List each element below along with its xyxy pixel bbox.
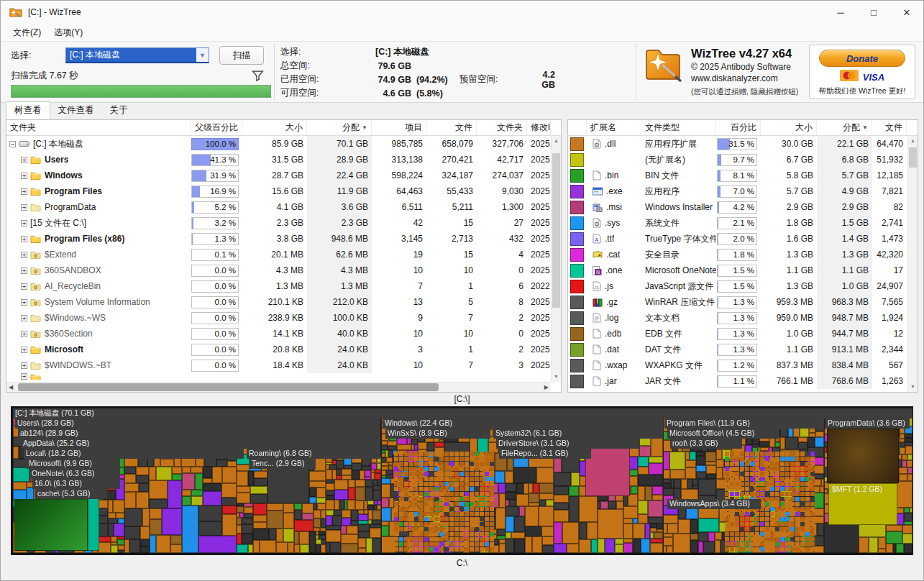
- tree-row[interactable]: +$WINDOWS.~BT0.0 %18.4 KB24.0 KB10732025: [6, 357, 551, 373]
- menu-file[interactable]: 文件(Z): [6, 24, 47, 41]
- tree-col-header-1[interactable]: 父级百分比: [191, 120, 242, 135]
- donate-button[interactable]: Donate: [819, 50, 905, 67]
- tree-row[interactable]: +[15 文件在 C:\]3.2 %2.3 GB2.3 GB4215272025: [6, 215, 551, 231]
- menu-options[interactable]: 选项(Y): [47, 24, 89, 41]
- tree-vertical-scrollbar[interactable]: ▲▼: [551, 136, 561, 382]
- treemap-label[interactable]: Microsoft Office\ (4.5 GB): [667, 429, 779, 439]
- treemap-label[interactable]: WinSxS\ (8.9 GB): [385, 429, 490, 439]
- ext-row[interactable]: .edbEDB 文件1.3 %1.0 GB944.7 MB12: [568, 326, 907, 342]
- tree-col-header-4[interactable]: 项目: [372, 120, 426, 135]
- ext-row[interactable]: .cat安全目录1.8 %1.3 GB1.3 GB42,320: [568, 247, 907, 262]
- treemap-label[interactable]: WindowsApps\ (3.4 GB): [667, 499, 761, 509]
- tree-col-header-6[interactable]: 文件夹: [477, 120, 527, 135]
- tree-row[interactable]: +ProgramData5.2 %4.1 GB3.6 GB6,5115,2111…: [6, 199, 551, 215]
- ext-row[interactable]: JS.jsJavaScript 源文件1.5 %1.3 GB1.0 GB24,9…: [568, 278, 907, 294]
- tree-row[interactable]: −[C:] 本地磁盘100.0 %85.9 GB70.1 GB985,78565…: [6, 136, 551, 152]
- tree-col-header-5[interactable]: 文件: [426, 120, 477, 135]
- expand-toggle[interactable]: −: [9, 141, 16, 147]
- treemap-label[interactable]: Local\ (18.2 GB): [24, 449, 244, 459]
- ext-col-header-3[interactable]: 大小: [761, 120, 817, 135]
- ext-row[interactable]: .jarJAR 文件1.1 %766.1 MB768.6 MB1,263: [568, 373, 907, 389]
- drive-selector[interactable]: [C:] 本地磁盘 ▼: [65, 47, 209, 63]
- treemap-label[interactable]: OneNote\ (6.3 GB): [29, 469, 120, 479]
- treemap-label[interactable]: ProgramData\ (3.6 GB): [825, 418, 910, 429]
- ext-row[interactable]: .sys系统文件2.1 %1.8 GB1.5 GB2,741: [568, 215, 907, 231]
- treemap-label[interactable]: [C:] 本地磁盘 (70.1 GB): [13, 408, 912, 418]
- tree-horizontal-scrollbar[interactable]: ◀▶: [6, 382, 551, 392]
- expand-toggle[interactable]: +: [21, 236, 27, 242]
- expand-toggle[interactable]: +: [21, 157, 27, 163]
- ext-col-header-2[interactable]: 百分比: [716, 120, 761, 135]
- ext-row[interactable]: (无扩展名)9.7 %6.7 GB6.8 GB51,932: [568, 152, 907, 168]
- tab-file-view[interactable]: 文件查看: [50, 102, 102, 119]
- treemap-label[interactable]: FileRepo... (3.1 GB): [499, 449, 591, 459]
- tree-row[interactable]: +Microsoft0.0 %20.8 KB24.0 KB3122025: [6, 342, 551, 357]
- treemap-label[interactable]: ab124\ (28.9 GB): [18, 429, 380, 439]
- expand-toggle[interactable]: +: [21, 347, 27, 353]
- treemap-block[interactable]: [14, 499, 88, 551]
- treemap-label[interactable]: AppData\ (25.2 GB): [21, 439, 380, 449]
- close-button[interactable]: ✕: [890, 1, 923, 24]
- tree-col-header-7[interactable]: 修改时间: [527, 120, 551, 135]
- ext-col-header-5[interactable]: 文件: [872, 120, 907, 135]
- expand-toggle[interactable]: +: [21, 204, 27, 211]
- minimize-button[interactable]: ─: [824, 1, 857, 24]
- ext-col-header-0[interactable]: 扩展名: [587, 120, 641, 135]
- treemap-label[interactable]: Program Files\ (11.9 GB): [664, 418, 824, 429]
- ext-row[interactable]: .gzWinRAR 压缩文件1.3 %959.3 MB968.3 MB7,565: [568, 294, 907, 310]
- expand-toggle[interactable]: +: [21, 267, 27, 274]
- treemap-label[interactable]: DriverStore\ (3.1 GB): [496, 439, 640, 449]
- filter-icon[interactable]: [252, 70, 264, 82]
- tree-row[interactable]: +$360Section0.0 %14.1 KB40.0 KB101002025: [6, 326, 551, 342]
- ext-row[interactable]: N.oneMicrosoft OneNote1.5 %1.1 GB1.1 GB1…: [568, 262, 907, 278]
- ext-row[interactable]: A.ttfTrueType 字体文件2.0 %1.6 GB1.4 GB1,473: [568, 231, 907, 247]
- ext-row[interactable]: .dll应用程序扩展31.5 %30.0 GB22.1 GB64,470: [568, 136, 907, 152]
- tree-col-header-2[interactable]: 大小: [242, 120, 307, 135]
- ext-row[interactable]: .msiWindows Installer4.2 %2.9 GB2.9 GB82: [568, 199, 907, 215]
- treemap-block[interactable]: [827, 429, 899, 483]
- tree-row[interactable]: +System Volume Information0.0 %210.1 KB2…: [6, 294, 551, 310]
- ext-row[interactable]: .wxapWXAPKG 文件1.2 %837.3 MB838.4 MB567: [568, 357, 907, 373]
- tree-row[interactable]: +AI_RecycleBin0.0 %1.3 MB1.3 MB7162022: [6, 278, 551, 294]
- tree-row[interactable]: +$Extend0.1 %20.1 MB62.6 MB191542025: [6, 247, 551, 262]
- expand-toggle[interactable]: +: [21, 188, 27, 195]
- treemap-label[interactable]: Tenc... (2.9 GB): [250, 459, 316, 469]
- ext-row[interactable]: .datDAT 文件1.3 %1.1 GB913.1 MB2,344: [568, 342, 907, 357]
- tree-col-header-0[interactable]: 文件夹: [6, 120, 191, 135]
- expand-toggle[interactable]: +: [21, 252, 27, 258]
- chevron-down-icon[interactable]: ▼: [196, 48, 209, 62]
- ext-row[interactable]: .exe应用程序7.0 %5.7 GB4.9 GB7,821: [568, 183, 907, 199]
- tree-row[interactable]: +Users41.3 %31.5 GB28.9 GB313,138270,421…: [6, 152, 551, 168]
- treemap-label[interactable]: cache\ (5.3 GB): [35, 489, 107, 499]
- tree-col-header-3[interactable]: 分配▼: [307, 120, 372, 135]
- tree-row[interactable]: +Program Files16.9 %15.6 GB11.9 GB64,463…: [6, 183, 551, 199]
- expand-toggle[interactable]: +: [21, 362, 27, 369]
- website-link[interactable]: www.diskanalyzer.com: [691, 73, 798, 83]
- treemap-label[interactable]: Microsoft\ (9.9 GB): [27, 459, 120, 469]
- tab-tree-view[interactable]: 树查看: [6, 101, 50, 119]
- treemap-label[interactable]: Windows\ (22.4 GB): [383, 418, 663, 429]
- ext-vertical-scrollbar[interactable]: ▲▼: [907, 136, 918, 392]
- tree-row[interactable]: +Windows31.9 %28.7 GB22.4 GB598,224324,1…: [6, 168, 551, 183]
- treemap-label[interactable]: System32\ (6.1 GB): [493, 429, 663, 439]
- expand-toggle[interactable]: +: [21, 331, 27, 337]
- ext-col-header-1[interactable]: 文件类型: [641, 120, 716, 135]
- treemap-label[interactable]: $MFT (1.2 GB): [830, 485, 895, 495]
- tree-row[interactable]: +Program Files (x86)1.3 %3.8 GB948.6 MB3…: [6, 231, 551, 247]
- treemap-label[interactable]: Roaming\ (6.8 GB): [247, 449, 380, 459]
- treemap-label[interactable]: 16.0\ (6.3 GB): [32, 479, 120, 489]
- maximize-button[interactable]: □: [857, 1, 890, 24]
- expand-toggle[interactable]: +: [21, 299, 27, 306]
- expand-toggle[interactable]: +: [21, 315, 27, 321]
- tab-about[interactable]: 关于: [102, 102, 136, 119]
- treemap-label[interactable]: root\ (3.3 GB): [670, 439, 742, 449]
- scan-button[interactable]: 扫描: [219, 46, 264, 65]
- tree-row[interactable]: +$Windows.~WS0.0 %238.9 KB100.0 KB972202…: [6, 310, 551, 326]
- ext-row[interactable]: .binBIN 文件8.1 %5.8 GB5.7 GB12,185: [568, 168, 907, 183]
- expand-toggle[interactable]: +: [21, 283, 27, 290]
- tree-row[interactable]: +360SANDBOX0.0 %4.3 MB4.3 MB101002025: [6, 262, 551, 278]
- expand-toggle[interactable]: +: [21, 173, 27, 179]
- treemap-label[interactable]: Users\ (28.9 GB): [15, 418, 380, 429]
- ext-row[interactable]: .log文本文档1.3 %959.0 MB948.7 MB1,924: [568, 310, 907, 326]
- expand-toggle[interactable]: +: [21, 220, 27, 227]
